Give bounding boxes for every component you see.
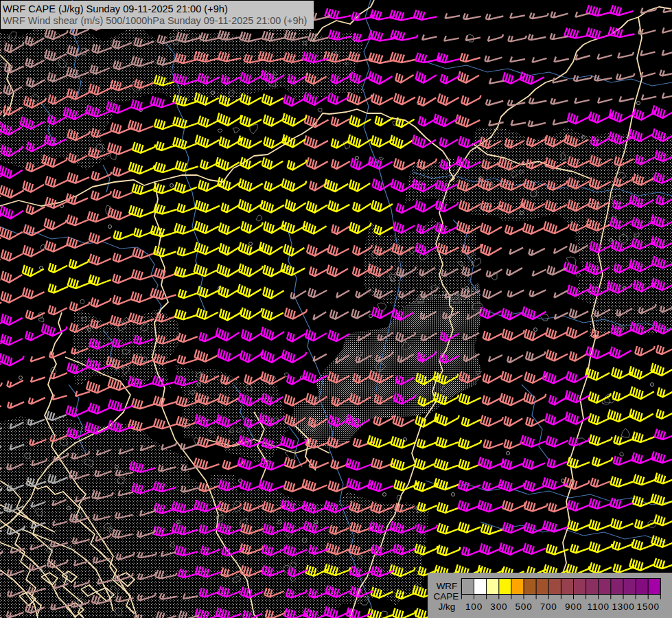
svg-text:WRF: WRF (437, 581, 458, 591)
svg-text:100: 100 (465, 602, 483, 612)
svg-text:WRF Wind shear (m/s) 500/1000h: WRF Wind shear (m/s) 500/1000hPa Sunday … (3, 15, 307, 26)
svg-text:CAPE: CAPE (434, 591, 459, 602)
svg-text:300: 300 (490, 602, 507, 612)
svg-text:500: 500 (515, 602, 533, 612)
svg-text:WRF CAPE (J/kg) Sunday 09-11-2: WRF CAPE (J/kg) Sunday 09-11-2025 21:00 … (3, 3, 228, 14)
svg-text:J/kg: J/kg (439, 602, 456, 612)
svg-text:1300: 1300 (612, 602, 634, 612)
svg-text:900: 900 (565, 602, 582, 612)
svg-text:1500: 1500 (637, 602, 660, 612)
svg-text:700: 700 (540, 602, 557, 612)
svg-text:1100: 1100 (588, 602, 610, 612)
